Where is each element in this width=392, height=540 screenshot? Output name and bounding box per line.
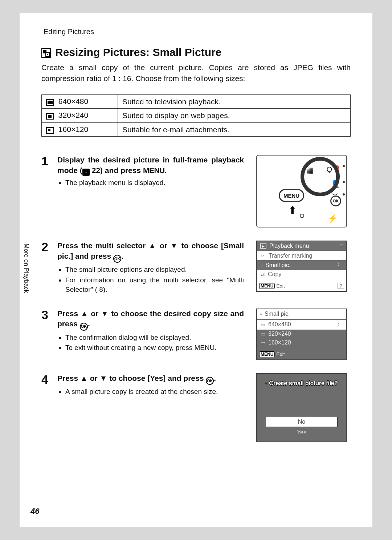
step-2: 2 Press the multi selector or to choose … (41, 241, 351, 295)
t: 22 (92, 166, 100, 174)
lcd-title: Small pic. (265, 311, 290, 317)
side-tab-label: More on Playback (23, 243, 30, 293)
bullet: To exit without creating a new copy, pre… (65, 343, 244, 353)
ok-icon: OK (80, 323, 88, 331)
t: . (121, 252, 123, 260)
step-number: 2 (41, 241, 51, 295)
triangle-down-icon (101, 309, 109, 318)
small-pic-icon: ▫ (260, 311, 262, 317)
intro-text: Create a small copy of the current pictu… (41, 62, 351, 84)
flash-icon: ⚡ (328, 214, 338, 223)
step-heading: Press the multi selector or to choose [S… (57, 241, 244, 263)
exit-label: Exit (276, 283, 285, 289)
small-pic-icon (41, 46, 51, 59)
page-title: Resizing Pictures: Small Picture (41, 46, 351, 59)
size-640-icon (46, 97, 54, 106)
menu-item: Copy (268, 271, 281, 278)
step-heading: Press or to choose the desired copy size… (57, 309, 244, 331)
dot-icon (343, 193, 345, 196)
bullet: A small picture copy is created at the c… (65, 387, 244, 397)
step-bullets: The confirmation dialog will be displaye… (57, 333, 244, 353)
dot-icon (343, 165, 345, 167)
triangle-down-icon (170, 241, 179, 250)
menu-button: MENU (279, 189, 304, 202)
breadcrumb: Editing Pictures (44, 28, 351, 36)
small-pic-icon: ▫ (261, 262, 262, 268)
t: . (88, 319, 90, 328)
t: or (88, 374, 100, 382)
ok-icon: OK (113, 255, 121, 263)
step-bullets: The small picture options are displayed.… (57, 265, 244, 295)
dialog-question: Create small picture file? (269, 380, 338, 387)
lcd-title: Playback menu (269, 243, 309, 249)
copy-icon: ⇄ (261, 271, 265, 277)
size-label: 640×480 (58, 97, 88, 105)
step-bullets: A small picture copy is created at the c… (57, 387, 244, 397)
size-icon: ▭ (261, 331, 265, 337)
t: ) and press (100, 166, 143, 174)
svg-rect-3 (47, 54, 48, 55)
menu-item: Transfer marking (269, 253, 312, 259)
triangle-up-icon (80, 374, 88, 382)
dialog-option-yes: Yes (266, 428, 338, 437)
menu-item: 160×120 (268, 339, 291, 346)
bullet: The playback menu is displayed. (65, 178, 244, 188)
page-number: 46 (30, 507, 39, 516)
dot-icon (343, 181, 345, 183)
step-number: 4 (41, 373, 51, 442)
menu-label: MENU (259, 283, 275, 289)
triangle-down-icon (100, 374, 107, 382)
side-tab (12, 238, 20, 318)
small-pic-icon: ▫ (266, 380, 268, 387)
t: Press (57, 374, 80, 382)
menu-item: Small pic. (265, 262, 290, 269)
t: Press the multi selector (57, 241, 148, 250)
size-desc: Suitable for e-mail attachments. (118, 122, 351, 136)
size-label: 160×120 (58, 125, 88, 133)
size-table: 640×480 Suited to television playback. 3… (41, 94, 351, 137)
step-heading: Press or to choose [Yes] and press OK. (57, 373, 244, 385)
lamp-icon (300, 214, 304, 218)
t: to choose [Yes] and press (107, 374, 206, 382)
dialog-option-no: No (266, 417, 338, 427)
menu-item: 320×240 (268, 331, 291, 337)
step-number: 3 (41, 309, 51, 360)
lcd-confirm-dialog: ▫ Create small picture file? No Yes (256, 373, 347, 442)
exit-label: Exit (276, 351, 285, 357)
size-desc: Suited to television playback. (118, 94, 351, 108)
reference-icon: ⌂ (82, 169, 90, 176)
svg-rect-9 (48, 129, 50, 131)
camera-diagram: ▦ Q❓ 👤 〰 MENU ⬆ OK ⚡ (256, 155, 347, 227)
step-1: 1 Display the desired picture in full-fr… (41, 155, 351, 227)
menu-label: MENU (259, 351, 275, 357)
transfer-icon: ᯤ (261, 253, 266, 259)
t: Press (57, 309, 81, 318)
t: . (214, 374, 216, 382)
svg-rect-7 (48, 115, 52, 118)
menu-indicator-icon: ≡ (340, 243, 343, 249)
triangle-up-icon (81, 309, 89, 318)
size-icon: ▭ (261, 322, 265, 327)
size-icon: ▭ (261, 340, 265, 346)
table-row: 320×240 Suited to display on web pages. (42, 109, 351, 122)
chevron-right-icon: 〉 (337, 261, 343, 269)
lcd-small-pic-menu: ▫ Small pic. ▭640×480〉 ▭320×240 ▭160×120… (256, 309, 347, 360)
ok-button-icon: OK (330, 196, 341, 206)
lcd-playback-menu: ▶ Playback menu ≡ ᯤTransfer marking ▫Sma… (256, 241, 347, 292)
table-row: 640×480 Suited to television playback. (42, 94, 351, 108)
size-desc: Suited to display on web pages. (118, 109, 351, 122)
play-icon: ▶ (260, 243, 266, 249)
svg-rect-5 (48, 101, 53, 104)
table-row: 160×120 Suitable for e-mail attachments. (42, 122, 351, 136)
step-bullets: The playback menu is displayed. (57, 178, 244, 188)
size-label: 320×240 (58, 111, 88, 119)
size-320-icon (46, 112, 54, 120)
bullet: The confirmation dialog will be displaye… (65, 333, 244, 343)
t: or (157, 241, 170, 250)
t: . (165, 166, 167, 174)
page-title-text: Resizing Pictures: Small Picture (55, 46, 221, 59)
help-icon: ? (338, 283, 344, 289)
menu-word: MENU (143, 166, 165, 174)
bullet: The small picture options are displayed. (65, 265, 244, 275)
triangle-up-icon (148, 241, 157, 250)
